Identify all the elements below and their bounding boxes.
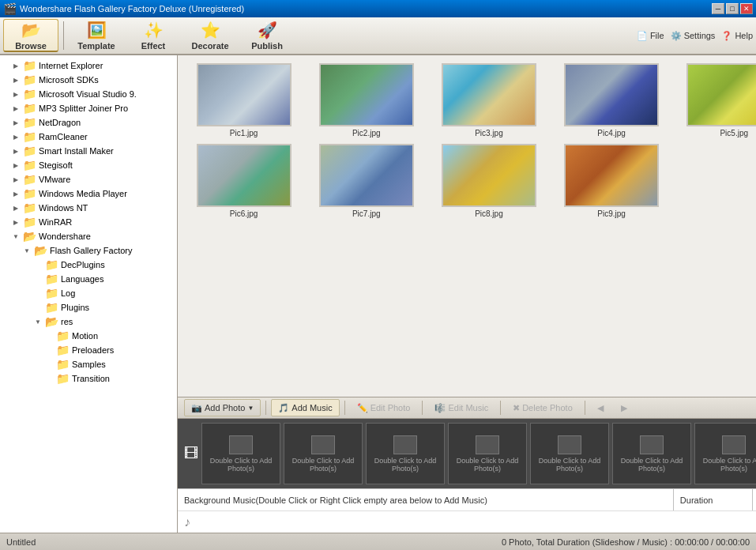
publish-icon: 🚀 [258, 21, 277, 40]
add-photo-button[interactable]: 📷 Add Photo ▼ [184, 399, 261, 416]
effect-button[interactable]: ✨ Effect [126, 19, 181, 52]
filmstrip-cell[interactable]: Double Click to Add Photo(s) [694, 423, 756, 484]
filmstrip-area: 🎞 Double Click to Add Photo(s)Double Cli… [178, 419, 756, 488]
delete-photo-label: Delete Photo [522, 403, 573, 412]
image-cell[interactable]: Pic4.jpg [554, 63, 670, 138]
tree-item-decplugins[interactable]: 📁DecPlugins [0, 258, 177, 272]
minimize-button[interactable]: ─ [712, 3, 724, 14]
filmstrip-cell[interactable]: Double Click to Add Photo(s) [366, 423, 445, 484]
close-button[interactable]: ✕ [740, 3, 753, 14]
folder-icon-flash-gallery-factory: 📂 [34, 244, 47, 257]
folder-icon-netdragon: 📁 [23, 116, 36, 129]
tree-expand-decplugins [33, 260, 43, 269]
file-menu[interactable]: 📄 File [637, 31, 664, 41]
tree-expand-motion [44, 331, 54, 341]
tree-expand-ramcleaner: ▶ [11, 132, 21, 141]
publish-button[interactable]: 🚀 Publish [239, 19, 295, 52]
music-label-col: Background Music(Double Click or Right C… [178, 489, 674, 510]
tree-item-plugins[interactable]: 📁Plugins [0, 300, 177, 315]
tree-label-motion: Motion [72, 331, 98, 341]
main-content: Pic1.jpgPic2.jpgPic3.jpgPic4.jpgPic5.jpg… [178, 55, 756, 533]
filmstrip-placeholder: Double Click to Add Photo(s) [531, 457, 608, 473]
image-cell[interactable]: Pic6.jpg [186, 144, 302, 218]
file-tree[interactable]: ▶📁Internet Explorer▶📁Microsoft SDKs▶📁Mic… [0, 55, 178, 533]
bottom-separator-4 [500, 401, 501, 415]
tree-item-log[interactable]: 📁Log [0, 286, 177, 300]
filmstrip-thumb [558, 435, 581, 454]
tree-item-stegisoft[interactable]: ▶📁Stegisoft [0, 158, 177, 172]
edit-music-button[interactable]: 🎼 Edit Music [427, 399, 495, 416]
tree-item-vmware[interactable]: ▶📁VMware [0, 172, 177, 186]
folder-icon-stegisoft: 📁 [23, 159, 36, 171]
filmstrip-cell[interactable]: Double Click to Add Photo(s) [284, 423, 363, 484]
tree-item-microsoft-visual-studio[interactable]: ▶📁Microsoft Visual Studio 9. [0, 87, 177, 101]
browse-button[interactable]: 📂 Browse [3, 19, 58, 52]
tree-expand-windows-media-player: ▶ [11, 189, 21, 198]
tree-item-wondershare[interactable]: ▼📂Wondershare [0, 229, 177, 243]
tree-label-netdragon: NetDragon [39, 118, 81, 127]
tree-label-res: res [61, 317, 73, 326]
tree-expand-samples [44, 360, 54, 369]
music-content-area[interactable]: ♪ [178, 510, 756, 533]
tree-expand-languages [33, 274, 43, 284]
edit-photo-label: Edit Photo [370, 403, 411, 412]
settings-menu[interactable]: ⚙️ Settings [671, 31, 716, 41]
tree-item-samples[interactable]: 📁Samples [0, 357, 177, 371]
filmstrip-placeholder: Double Click to Add Photo(s) [202, 457, 280, 473]
image-cell[interactable]: Pic8.jpg [431, 144, 547, 218]
prev-photo-button[interactable]: ◀ [590, 399, 611, 416]
add-music-button[interactable]: 🎵 Add Music [271, 399, 339, 416]
tree-item-windows-media-player[interactable]: ▶📁Windows Media Player [0, 186, 177, 201]
bottom-separator-1 [265, 401, 266, 415]
edit-photo-button[interactable]: ✏️ Edit Photo [350, 399, 418, 416]
filmstrip-thumb [722, 435, 746, 454]
help-label: Help [735, 31, 753, 40]
tree-item-smart-install-maker[interactable]: ▶📁Smart Install Maker [0, 144, 177, 158]
tree-label-windows-media-player: Windows Media Player [39, 189, 127, 198]
tree-expand-internet-explorer: ▶ [11, 61, 21, 70]
maximize-button[interactable]: □ [726, 3, 739, 14]
filmstrip-cell[interactable]: Double Click to Add Photo(s) [201, 423, 280, 484]
image-browser[interactable]: Pic1.jpgPic2.jpgPic3.jpgPic4.jpgPic5.jpg… [178, 55, 756, 397]
toolbar-right: 📄 File ⚙️ Settings ❓ Help [637, 31, 753, 41]
image-cell[interactable]: Pic5.jpg [676, 63, 756, 138]
folder-icon-wondershare: 📂 [23, 230, 36, 243]
tree-item-languages[interactable]: 📁Languages [0, 272, 177, 286]
template-label: Template [77, 41, 115, 51]
next-photo-button[interactable]: ▶ [614, 399, 634, 416]
tree-label-winrar: WinRAR [39, 217, 72, 227]
tree-item-transition[interactable]: 📁Transition [0, 371, 177, 386]
filmstrip-cell[interactable]: Double Click to Add Photo(s) [448, 423, 527, 484]
image-cell[interactable]: Pic7.jpg [308, 144, 424, 218]
tree-item-netdragon[interactable]: ▶📁NetDragon [0, 115, 177, 130]
delete-photo-button[interactable]: ✖ Delete Photo [506, 399, 580, 416]
film-icon: 🎞 [181, 443, 201, 465]
edit-music-icon: 🎼 [434, 403, 446, 413]
filmstrip-cell[interactable]: Double Click to Add Photo(s) [530, 423, 609, 484]
tree-item-microsoft-sdks[interactable]: ▶📁Microsoft SDKs [0, 73, 177, 87]
image-filename: Pic4.jpg [597, 129, 626, 138]
decorate-button[interactable]: ⭐ Decorate [182, 19, 238, 52]
filmstrip-thumb [476, 435, 499, 454]
browse-label: Browse [15, 41, 47, 51]
image-cell[interactable]: Pic9.jpg [554, 144, 670, 218]
image-cell[interactable]: Pic3.jpg [431, 63, 547, 138]
tree-item-res[interactable]: ▼📂res [0, 315, 177, 329]
tree-item-motion[interactable]: 📁Motion [0, 329, 177, 343]
help-menu[interactable]: ❓ Help [721, 31, 753, 41]
tree-item-mp3-splitter[interactable]: ▶📁MP3 Splitter Joiner Pro [0, 101, 177, 115]
folder-icon-windows-media-player: 📁 [23, 187, 36, 200]
tree-item-internet-explorer[interactable]: ▶📁Internet Explorer [0, 58, 177, 73]
tree-item-winrar[interactable]: ▶📁WinRAR [0, 215, 177, 229]
filmstrip-cell[interactable]: Double Click to Add Photo(s) [612, 423, 691, 484]
tree-item-windows-nt[interactable]: ▶📁Windows NT [0, 201, 177, 215]
image-cell[interactable]: Pic2.jpg [308, 63, 424, 138]
tree-item-ramcleaner[interactable]: ▶📁RamCleaner [0, 130, 177, 144]
image-filename: Pic8.jpg [475, 209, 503, 218]
template-button[interactable]: 🖼️ Template [69, 19, 124, 52]
image-cell[interactable]: Pic1.jpg [186, 63, 302, 138]
folder-icon-plugins: 📁 [45, 301, 58, 314]
tree-item-flash-gallery-factory[interactable]: ▼📂Flash Gallery Factory [0, 243, 177, 258]
tree-item-preloaders[interactable]: 📁Preloaders [0, 343, 177, 357]
settings-label: Settings [684, 31, 716, 40]
